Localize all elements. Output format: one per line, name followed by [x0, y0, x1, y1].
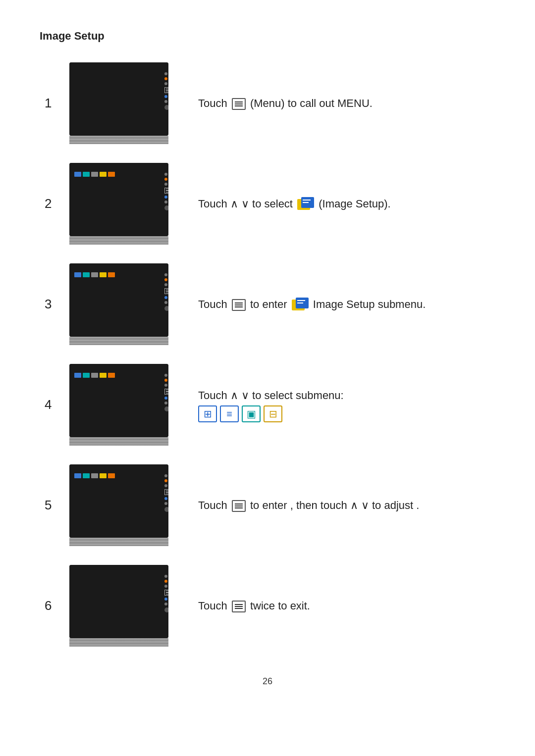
step-row-3: 3Touch to enter Image Setup submenu.	[40, 263, 495, 345]
step-number: 6	[40, 598, 69, 613]
step-text: Touch ∧ ∨ to select submenu:	[198, 389, 344, 402]
step-number: 5	[40, 498, 69, 513]
step-row-6: 6Touch twice to exit.	[40, 565, 495, 647]
step-description: Touch (Menu) to call out MENU.	[198, 95, 495, 111]
step-row-4: 4Touch ∧ ∨ to select submenu:⊞≡▣⊟	[40, 364, 495, 446]
image-setup-icon	[292, 298, 309, 312]
monitor-image-4	[69, 364, 183, 446]
menu-icon	[232, 98, 246, 110]
submenu-icons: ⊞≡▣⊟	[198, 405, 495, 422]
step-text: to enter , then touch ∧ ∨ to adjust .	[247, 499, 420, 511]
menu-icon	[232, 601, 246, 612]
menu-icon	[232, 500, 246, 512]
step-number: 1	[40, 96, 69, 111]
step-description: Touch ∧ ∨ to select (Image Setup).	[198, 196, 495, 212]
step-text: (Image Setup).	[316, 198, 391, 210]
step-number: 3	[40, 297, 69, 312]
svg-rect-2	[303, 200, 311, 201]
step-description: Touch twice to exit.	[198, 598, 495, 614]
step-text: Image Setup submenu.	[310, 298, 426, 310]
submenu-icon: ⊞	[198, 405, 217, 422]
step-number: 4	[40, 397, 69, 412]
step-text: Touch	[198, 600, 230, 612]
monitor-image-1	[69, 62, 183, 144]
step-text: Touch	[198, 298, 230, 310]
monitor-image-6	[69, 565, 183, 647]
monitor-image-3	[69, 263, 183, 345]
submenu-icon: ≡	[220, 405, 239, 422]
step-row-1: 1Touch (Menu) to call out MENU.	[40, 62, 495, 144]
step-text: to enter	[247, 298, 290, 310]
step-row-2: 2Touch ∧ ∨ to select (Image Setup).	[40, 163, 495, 245]
step-row-5: 5Touch to enter , then touch ∧ ∨ to adju…	[40, 464, 495, 546]
svg-rect-3	[303, 202, 309, 203]
monitor-image-5	[69, 464, 183, 546]
step-description: Touch to enter , then touch ∧ ∨ to adjus…	[198, 497, 495, 513]
step-text: Touch ∧ ∨ to select	[198, 198, 296, 210]
submenu-icon: ▣	[242, 405, 261, 422]
step-text: (Menu) to call out MENU.	[247, 97, 373, 109]
svg-rect-6	[297, 300, 305, 301]
svg-rect-7	[297, 302, 303, 303]
step-text: twice to exit.	[247, 600, 310, 612]
menu-icon	[232, 299, 246, 311]
step-text: Touch	[198, 499, 230, 511]
step-number: 2	[40, 196, 69, 211]
page-title: Image Setup	[40, 30, 495, 43]
image-setup-icon	[297, 197, 314, 212]
step-description: Touch ∧ ∨ to select submenu:⊞≡▣⊟	[198, 387, 495, 422]
submenu-icon: ⊟	[264, 405, 282, 422]
step-text: Touch	[198, 97, 230, 109]
monitor-image-2	[69, 163, 183, 245]
page-number: 26	[40, 676, 495, 687]
step-description: Touch to enter Image Setup submenu.	[198, 296, 495, 312]
